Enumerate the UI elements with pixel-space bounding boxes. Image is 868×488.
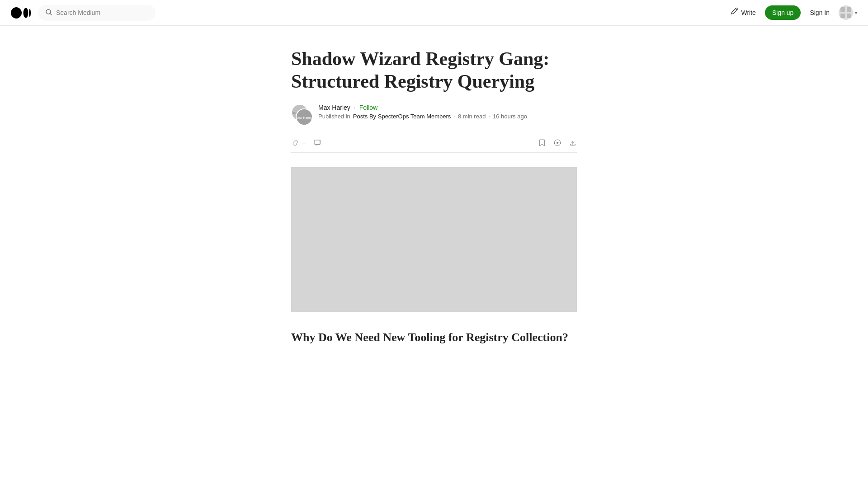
meta-row: Published in Posts By SpecterOps Team Me…	[318, 113, 577, 120]
svg-rect-7	[847, 7, 851, 12]
article-subheading: Why Do We Need New Tooling for Registry …	[291, 330, 577, 345]
write-button[interactable]: Write	[731, 8, 756, 18]
svg-point-1	[24, 8, 28, 18]
save-icon	[538, 139, 546, 147]
header-right: Write Sign up Sign In ▾	[731, 5, 858, 20]
search-input[interactable]	[56, 9, 148, 16]
author-info: Max Harley · Follow Published in Posts B…	[318, 104, 577, 120]
svg-rect-9	[847, 14, 851, 18]
svg-rect-15	[291, 167, 577, 312]
author-avatars: Posts By SpecterOps Max Harley	[291, 104, 313, 126]
author-name-row: Max Harley · Follow	[318, 104, 577, 111]
author-avatar[interactable]: Max Harley	[296, 108, 313, 126]
medium-logo[interactable]	[11, 7, 31, 19]
author-section: Posts By SpecterOps Max Harley Max Harle…	[291, 104, 577, 126]
author-separator: ·	[354, 104, 356, 111]
play-icon	[553, 139, 561, 147]
avatar-container[interactable]: ▾	[839, 5, 857, 20]
svg-text:Max Harley: Max Harley	[297, 116, 312, 119]
comment-button[interactable]	[313, 139, 324, 147]
follow-link[interactable]: Follow	[359, 104, 377, 111]
action-bar: --	[291, 133, 577, 153]
svg-point-2	[29, 9, 31, 17]
comment-icon	[313, 139, 321, 147]
svg-line-4	[50, 13, 52, 15]
read-time: 8 min read	[458, 113, 486, 120]
write-label: Write	[741, 9, 756, 16]
published-ago: 16 hours ago	[493, 113, 527, 120]
action-bar-left: --	[291, 139, 324, 147]
hero-image	[291, 167, 577, 312]
save-button[interactable]	[538, 139, 546, 147]
signup-button[interactable]: Sign up	[765, 5, 801, 20]
article-title: Shadow Wizard Registry Gang: Structured …	[291, 47, 577, 93]
meta-dot-1: ·	[453, 113, 455, 120]
main-content: Shadow Wizard Registry Gang: Structured …	[280, 26, 588, 381]
meta-dot-2: ·	[488, 113, 490, 120]
avatar	[839, 5, 853, 20]
search-icon	[45, 9, 52, 17]
write-icon	[731, 8, 739, 18]
clap-count: --	[302, 139, 306, 146]
share-icon	[569, 139, 577, 147]
author-name[interactable]: Max Harley	[318, 104, 350, 111]
chevron-down-icon: ▾	[855, 10, 857, 15]
listen-button[interactable]	[553, 139, 561, 147]
published-in-label: Published in	[318, 113, 350, 120]
clap-button[interactable]: --	[291, 139, 306, 147]
svg-rect-6	[840, 7, 845, 12]
publication-name[interactable]: Posts By SpecterOps Team Members	[353, 113, 451, 120]
header: Write Sign up Sign In ▾	[0, 0, 868, 26]
svg-rect-8	[840, 14, 845, 18]
header-left	[11, 5, 731, 21]
clap-icon	[291, 139, 299, 147]
svg-point-0	[11, 7, 22, 19]
action-bar-right	[538, 139, 577, 147]
search-container[interactable]	[38, 5, 156, 21]
share-button[interactable]	[569, 139, 577, 147]
signin-button[interactable]: Sign In	[810, 9, 830, 16]
